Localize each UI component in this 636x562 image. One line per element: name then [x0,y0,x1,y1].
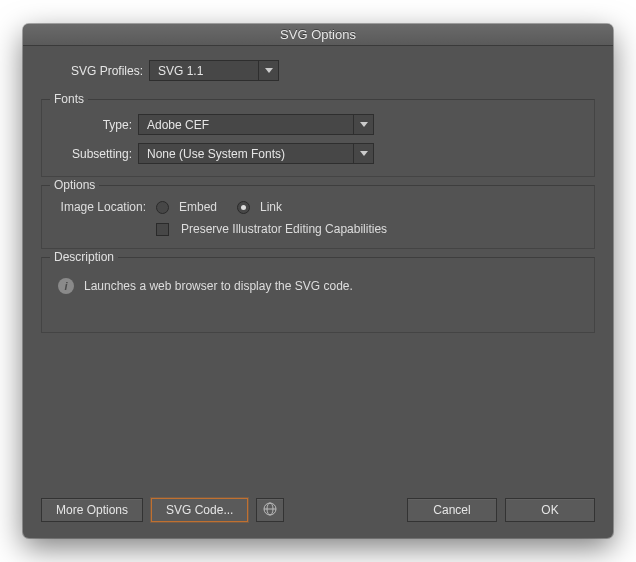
font-subsetting-label: Subsetting: [54,147,138,161]
image-location-row: Image Location: Embed Link [54,200,582,214]
link-radio-label: Link [260,200,282,214]
image-location-label: Image Location: [54,200,150,214]
preserve-row: Preserve Illustrator Editing Capabilitie… [54,222,582,236]
description-legend: Description [50,250,118,264]
svg-profiles-label: SVG Profiles: [41,64,149,78]
info-icon: i [58,278,74,294]
link-radio[interactable] [237,201,250,214]
more-options-button[interactable]: More Options [41,498,143,522]
svg-profiles-value: SVG 1.1 [158,64,203,78]
options-fieldset: Options Image Location: Embed Link Prese… [41,185,595,249]
embed-radio-label: Embed [179,200,217,214]
font-type-value: Adobe CEF [147,118,209,132]
description-text: Launches a web browser to display the SV… [84,279,353,293]
fonts-legend: Fonts [50,92,88,106]
globe-icon [263,502,277,519]
chevron-down-icon [353,115,373,134]
svg-code-button[interactable]: SVG Code... [151,498,248,522]
font-subsetting-row: Subsetting: None (Use System Fonts) [54,143,582,164]
chevron-down-icon [353,144,373,163]
fonts-fieldset: Fonts Type: Adobe CEF Subsetting: None (… [41,99,595,177]
web-preview-button[interactable] [256,498,284,522]
description-fieldset: Description i Launches a web browser to … [41,257,595,333]
dialog-content: SVG Profiles: SVG 1.1 Fonts Type: Adobe … [23,46,613,538]
ok-button[interactable]: OK [505,498,595,522]
window-title: SVG Options [280,27,356,42]
description-body: i Launches a web browser to display the … [54,272,582,310]
cancel-button[interactable]: Cancel [407,498,497,522]
window-titlebar: SVG Options [23,24,613,46]
embed-radio[interactable] [156,201,169,214]
font-type-dropdown[interactable]: Adobe CEF [138,114,374,135]
dialog-footer: More Options SVG Code... Cancel OK [41,484,595,522]
font-type-row: Type: Adobe CEF [54,114,582,135]
chevron-down-icon [258,61,278,80]
svg-profiles-row: SVG Profiles: SVG 1.1 [41,60,595,81]
font-subsetting-value: None (Use System Fonts) [147,147,285,161]
svg-options-dialog: SVG Options SVG Profiles: SVG 1.1 Fonts … [23,24,613,538]
options-legend: Options [50,178,99,192]
preserve-checkbox[interactable] [156,223,169,236]
preserve-checkbox-label: Preserve Illustrator Editing Capabilitie… [181,222,387,236]
font-type-label: Type: [54,118,138,132]
font-subsetting-dropdown[interactable]: None (Use System Fonts) [138,143,374,164]
svg-profiles-dropdown[interactable]: SVG 1.1 [149,60,279,81]
